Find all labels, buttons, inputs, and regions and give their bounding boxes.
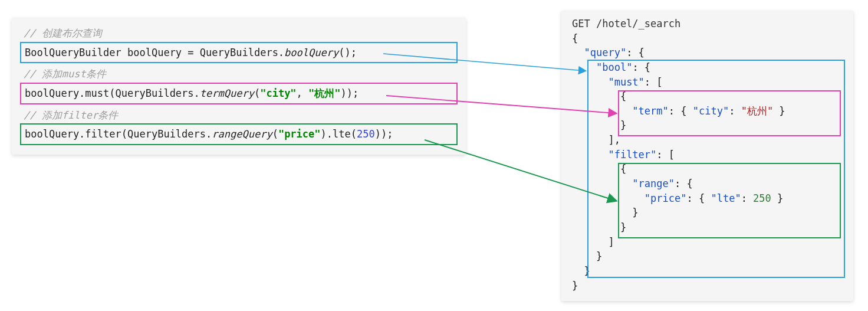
java-line-filter: boolQuery.filter(QueryBuilders.rangeQuer…: [20, 123, 458, 145]
json-query-key: "query": {: [570, 45, 845, 60]
code-string: "杭州": [308, 87, 340, 99]
json-dsl-panel: GET /hotel/_search { "query": { "bool": …: [561, 11, 853, 301]
code-method: rangeQuery: [212, 128, 272, 140]
code-text: ,: [297, 87, 308, 99]
code-method: termQuery: [200, 87, 254, 99]
json-brace: {: [570, 31, 845, 46]
json-brace: }: [570, 264, 845, 279]
request-line: GET /hotel/_search: [570, 17, 845, 31]
json-brace: }: [570, 118, 845, 133]
json-must-key: "must": [: [570, 75, 845, 90]
code-text: boolQuery.must(QueryBuilders.: [25, 87, 200, 99]
code-text: ();: [338, 47, 357, 58]
json-term-line: "term": { "city": "杭州" }: [570, 104, 845, 119]
json-brace: }: [570, 205, 845, 220]
code-number: 250: [357, 128, 375, 140]
json-brace: {: [570, 89, 845, 104]
code-text: (: [272, 128, 278, 140]
json-brace: }: [570, 220, 845, 235]
json-brace: }: [570, 279, 845, 293]
json-brace: }: [570, 249, 845, 264]
code-text: boolQuery.filter(QueryBuilders.: [25, 128, 212, 140]
code-text: ).lte(: [321, 128, 357, 140]
json-price-line: "price": { "lte": 250 }: [570, 191, 845, 206]
code-method: boolQuery: [284, 47, 338, 58]
json-filter-key: "filter": [: [570, 148, 845, 162]
comment-add-must: // 添加must条件: [20, 64, 458, 83]
java-line-must: boolQuery.must(QueryBuilders.termQuery("…: [20, 83, 458, 104]
json-brace: {: [570, 162, 845, 176]
json-bool-key: "bool": {: [570, 60, 845, 75]
json-bracket: ],: [570, 133, 845, 148]
code-text: ));: [341, 87, 359, 99]
java-code-panel: // 创建布尔查询 BoolQueryBuilder boolQuery = Q…: [12, 18, 466, 155]
comment-add-filter: // 添加filter条件: [20, 106, 458, 124]
code-string: "city": [260, 87, 296, 99]
code-string: "price": [278, 128, 321, 140]
json-bracket: ]: [570, 235, 845, 250]
json-range-key: "range": {: [570, 176, 845, 191]
comment-create-bool: // 创建布尔查询: [20, 24, 458, 42]
code-text: (: [254, 87, 260, 99]
code-text: ));: [375, 128, 393, 140]
code-text: BoolQueryBuilder boolQuery = QueryBuilde…: [25, 47, 284, 58]
java-line-boolquery: BoolQueryBuilder boolQuery = QueryBuilde…: [20, 42, 458, 64]
